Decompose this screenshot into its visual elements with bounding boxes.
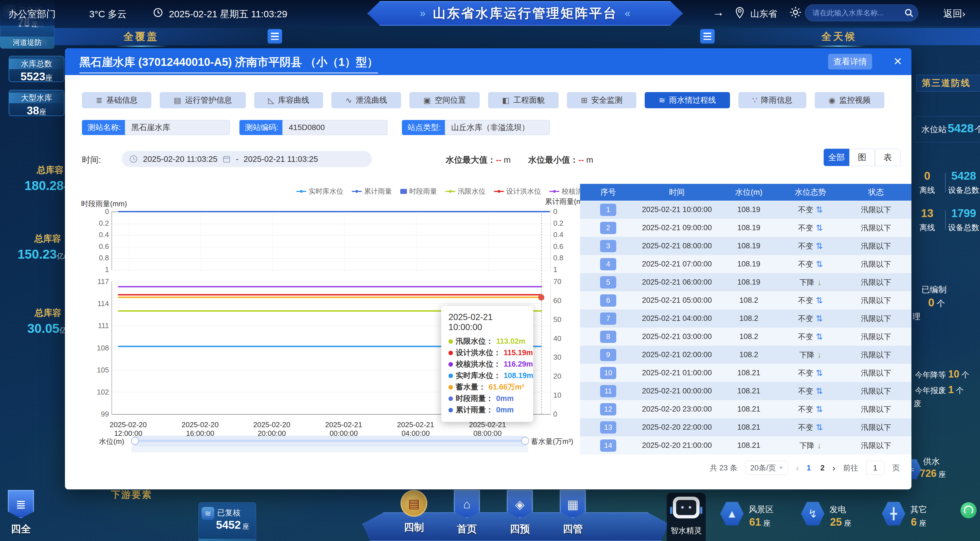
data-zoom-slider[interactable]	[131, 436, 529, 446]
tooltip-marker	[449, 408, 453, 412]
status-card[interactable]: ≋已复核5452座库容曲线	[199, 502, 256, 541]
legend-item[interactable]: 设计洪水位	[494, 187, 541, 196]
axis-tick: 0	[553, 410, 581, 418]
level-cell: 108.21	[718, 387, 780, 395]
offline-count: 13	[909, 207, 945, 220]
maintenance-icon: ▤	[173, 96, 181, 105]
reservoir-stat-card[interactable]: 水库总数5523座	[9, 56, 64, 82]
arrow-right-icon[interactable]: →	[713, 6, 724, 19]
start-date-value[interactable]: 2025-02-20 11:03:25	[143, 155, 217, 164]
table-row[interactable]: 42025-02-21 07:00:00108.19不变⇅汛限以下	[580, 255, 912, 273]
table-row[interactable]: 142025-02-20 21:00:00108.21下降↓汛限以下	[580, 436, 912, 455]
tab-基础信息[interactable]: ≣基础信息	[82, 92, 151, 108]
reservoir-stat-card[interactable]: 大型水库38座	[9, 90, 64, 116]
table-row[interactable]: 32025-02-21 08:00:00108.19不变⇅汛限以下	[580, 237, 912, 255]
location-pin-icon[interactable]	[735, 7, 745, 19]
tab-label: 工程面貌	[514, 95, 545, 105]
page-size-select[interactable]: 20条/页	[745, 461, 788, 475]
right-section-title[interactable]: 全天候	[821, 30, 856, 43]
table-row[interactable]: 82025-02-21 03:00:00108.2不变⇅汛限以下	[580, 327, 912, 346]
function-card[interactable]: ╋其它6座	[882, 498, 957, 535]
nav-item-四制[interactable]: ▤四制	[393, 490, 435, 534]
next-page-button[interactable]: ›	[832, 463, 835, 473]
view-button-图[interactable]: 图	[849, 149, 875, 166]
trend-cell: 不变⇅	[780, 404, 841, 414]
axis-tick: 0.8	[73, 254, 109, 262]
card-category: 库容曲线	[199, 539, 256, 541]
tab-雨水情过程线[interactable]: ≋雨水情过程线	[645, 92, 730, 108]
tab-降雨信息[interactable]: ∵降雨信息	[738, 92, 807, 108]
close-icon[interactable]: ×	[889, 52, 907, 70]
region-label[interactable]: 山东省	[750, 8, 777, 20]
offline-stat: 0离线	[909, 170, 945, 200]
assistant-widget[interactable]: 智水精灵	[667, 493, 706, 541]
nav-item-四全[interactable]: ≣四全	[0, 490, 42, 536]
table-row[interactable]: 122025-02-20 23:00:00108.21不变⇅汛限以下	[580, 400, 912, 418]
table-row[interactable]: 102025-02-21 01:00:00108.21不变⇅汛限以下	[580, 364, 912, 382]
goto-page-input[interactable]: 1	[866, 461, 885, 475]
tab-监控视频[interactable]: ◉监控视频	[815, 92, 885, 108]
table-row[interactable]: 72025-02-21 04:00:00108.2不变⇅汛限以下	[580, 310, 912, 327]
end-date-value[interactable]: 2025-02-21 11:03:25	[243, 155, 318, 164]
page-button-1[interactable]: 1	[807, 464, 811, 472]
function-card[interactable]: ▲风景区61座	[720, 498, 795, 535]
legend-item[interactable]: 时段雨量	[400, 187, 437, 196]
prev-page-button[interactable]: ‹	[796, 463, 799, 473]
axis-tick: 0	[73, 207, 109, 216]
row-index-cell: 4	[580, 258, 636, 270]
offline-stat: 13离线	[909, 207, 945, 238]
form-value-field[interactable]: 黑石崖水库	[125, 120, 230, 135]
left-menu-icon[interactable]	[267, 29, 282, 43]
date-range-picker[interactable]: 2025-02-20 11:03:25 - 2025-02-21 11:03:2…	[122, 151, 372, 167]
gear-icon[interactable]	[789, 6, 802, 18]
view-button-表[interactable]: 表	[875, 149, 900, 166]
table-row[interactable]: 52025-02-21 06:00:00108.19下降↓汛限以下	[580, 273, 912, 291]
legend-item[interactable]: 实时库水位	[296, 187, 344, 196]
tab-安全监测[interactable]: ⊞安全监测	[567, 92, 636, 108]
scenery-icon: ▲	[720, 501, 744, 527]
storage-axis-label: 蓄水量(万m³)	[531, 437, 573, 447]
axis-tick: 0.6	[73, 242, 109, 251]
search-input[interactable]	[812, 6, 902, 20]
tooltip-marker	[449, 396, 453, 401]
table-row[interactable]: 22025-02-21 09:00:00108.19不变⇅汛限以下	[580, 219, 912, 237]
tab-工程面貌[interactable]: ◧工程面貌	[488, 92, 558, 108]
tab-运行管护信息[interactable]: ▤运行管护信息	[160, 92, 245, 108]
table-row[interactable]: 132025-02-20 22:00:00108.21不变⇅汛限以下	[580, 418, 912, 436]
view-button-全部[interactable]: 全部	[824, 149, 849, 166]
nav-item-四管[interactable]: ▦四管	[552, 490, 594, 536]
slider-handle-right[interactable]	[521, 437, 529, 445]
search-box[interactable]	[805, 5, 918, 21]
rainfall-chart[interactable]	[111, 212, 551, 270]
tab-泄流曲线[interactable]: ∿泄流曲线	[331, 92, 401, 108]
table-row[interactable]: 62025-02-21 05:00:00108.2不变⇅汛限以下	[580, 291, 912, 310]
downstream-header[interactable]: 下游要素	[111, 488, 152, 501]
search-icon[interactable]	[904, 8, 914, 18]
modal-title[interactable]: 黑石崖水库 (37012440010-A5) 济南市平阴县 （小（1）型）	[80, 54, 378, 73]
form-value-field[interactable]: 山丘水库（非溢流坝）	[445, 120, 550, 135]
water-level-station-stat: 水位站5428个	[921, 122, 980, 135]
nav-item-四预[interactable]: ◈四预	[499, 490, 541, 536]
legend-item[interactable]: 汛限水位	[445, 187, 485, 196]
left-section-title[interactable]: 全覆盖	[124, 30, 159, 43]
arrows-updown-icon: ⇅	[816, 223, 823, 233]
legend-item[interactable]: 累计雨量	[352, 187, 392, 196]
row-index-cell: 7	[580, 313, 636, 325]
tab-空间位置[interactable]: ▣空间位置	[409, 92, 480, 108]
tooltip-value: 61.66万m³	[488, 381, 524, 393]
form-value-field[interactable]: 415D0800	[282, 120, 387, 135]
table-row[interactable]: 112025-02-21 00:00:00108.21不变⇅汛限以下	[580, 382, 912, 400]
tab-库容曲线[interactable]: ◺库容曲线	[254, 92, 323, 108]
function-card[interactable]: ↯发电25座	[801, 498, 876, 535]
back-button[interactable]: 返回›	[943, 7, 965, 20]
view-detail-button[interactable]: 查看详情	[828, 54, 872, 69]
right-menu-icon[interactable]	[700, 29, 715, 43]
slider-handle-left[interactable]	[131, 437, 139, 445]
floating-service-button[interactable]	[961, 502, 977, 519]
page-button-2[interactable]: 2	[820, 464, 824, 472]
tooltip-item: 时段雨量：0mm	[449, 393, 526, 404]
level-cell: 108.2	[718, 296, 780, 305]
nav-item-首页[interactable]: ⌂首页	[446, 490, 488, 536]
table-row[interactable]: 12025-02-21 10:00:00108.19不变⇅汛限以下	[580, 201, 912, 219]
table-row[interactable]: 92025-02-21 02:00:00108.2下降↓汛限以下	[580, 346, 912, 364]
